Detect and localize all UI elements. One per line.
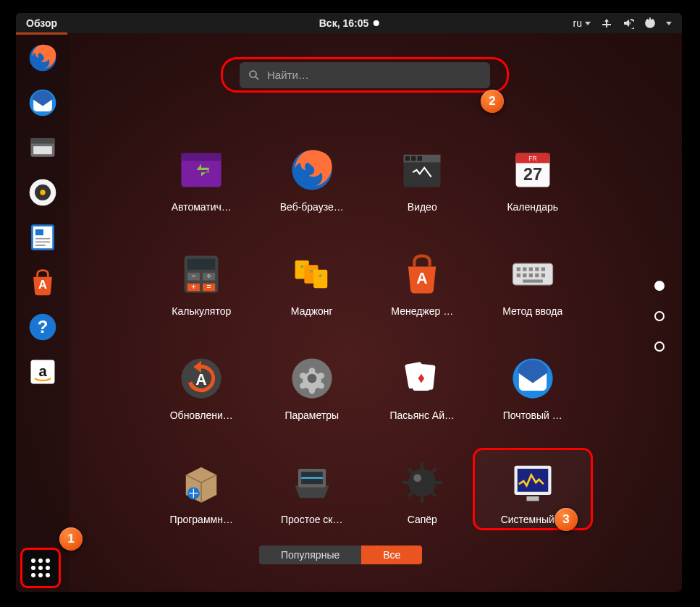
svg-rect-60 <box>541 273 544 277</box>
show-applications-button[interactable] <box>20 548 61 588</box>
svg-point-79 <box>414 474 422 482</box>
svg-rect-53 <box>528 267 532 271</box>
app-software-install[interactable]: Программн… <box>146 456 257 525</box>
app-calculator[interactable]: −÷+= Калькулятор <box>146 247 257 317</box>
chevron-down-icon <box>585 22 591 25</box>
app-firefox[interactable]: Веб-браузе… <box>257 143 368 213</box>
power-icon[interactable] <box>644 17 656 29</box>
svg-rect-24 <box>404 161 441 187</box>
app-label: Обновлени… <box>170 409 233 421</box>
thunderbird-icon <box>506 352 560 405</box>
svg-rect-81 <box>518 469 549 492</box>
svg-rect-57 <box>523 273 526 277</box>
page-dot-1[interactable] <box>654 281 665 291</box>
app-settings[interactable]: Параметры <box>257 352 368 421</box>
svg-text:27: 27 <box>523 165 542 184</box>
app-label: Программн… <box>170 514 233 525</box>
language-label: ru <box>573 17 582 29</box>
app-mahjongg[interactable]: Маджонг <box>257 247 368 317</box>
svg-text:A: A <box>38 278 47 291</box>
dock-firefox[interactable] <box>24 39 62 77</box>
app-software-updater[interactable]: A Обновлени… <box>146 352 257 421</box>
dock-rhythmbox[interactable] <box>24 174 62 211</box>
keyboard-icon <box>506 247 560 301</box>
svg-point-87 <box>38 566 43 570</box>
notification-dot-icon <box>373 20 379 26</box>
annotation-badge-3: 3 <box>554 508 578 531</box>
system-tray: ru <box>573 17 682 29</box>
app-label: Сапёр <box>408 514 437 525</box>
dock-libreoffice-writer[interactable] <box>24 218 62 256</box>
svg-rect-58 <box>528 273 532 277</box>
svg-point-89 <box>31 573 35 577</box>
svg-line-20 <box>256 77 258 80</box>
app-label: Менеджер … <box>391 305 453 317</box>
view-frequent-button[interactable]: Популярные <box>259 546 361 564</box>
app-videos[interactable]: Видео <box>367 143 478 213</box>
search-input[interactable]: Найти… <box>240 62 490 88</box>
app-label: Маджонг <box>291 305 333 317</box>
search-placeholder: Найти… <box>267 69 309 81</box>
svg-rect-55 <box>541 267 544 271</box>
package-icon <box>174 456 228 509</box>
page-dot-2[interactable] <box>654 311 665 321</box>
dock-help[interactable]: ? <box>24 308 62 346</box>
svg-point-83 <box>31 559 35 563</box>
svg-point-85 <box>46 559 50 563</box>
svg-rect-82 <box>526 496 539 501</box>
system-monitor-icon <box>506 456 560 509</box>
annotation-badge-1: 1 <box>59 527 83 551</box>
app-calendar[interactable]: FR27 Календарь <box>478 143 589 213</box>
app-input-method[interactable]: Метод ввода <box>478 247 589 317</box>
svg-point-19 <box>250 71 256 77</box>
svg-rect-10 <box>35 229 43 235</box>
app-solitaire[interactable]: Пасьянс Ай… <box>367 352 478 421</box>
app-grid: Автоматич… Веб-браузе… Видео FR27 Календ… <box>146 143 588 525</box>
view-all-button[interactable]: Все <box>361 546 422 564</box>
svg-rect-56 <box>516 273 520 277</box>
mine-icon <box>395 456 449 509</box>
mahjongg-icon <box>285 247 339 301</box>
svg-rect-54 <box>535 267 539 271</box>
page-indicator[interactable] <box>654 281 665 352</box>
app-label: Почтовый … <box>503 409 562 421</box>
settings-icon <box>285 352 339 405</box>
svg-point-88 <box>46 566 50 570</box>
solitaire-icon <box>395 352 449 405</box>
calendar-icon: FR27 <box>506 143 560 197</box>
svg-text:+: + <box>192 282 196 291</box>
calculator-icon: −÷+= <box>174 247 228 301</box>
svg-point-86 <box>31 566 35 570</box>
svg-text:=: = <box>207 282 211 291</box>
svg-point-91 <box>46 573 50 577</box>
app-software-center[interactable]: A Менеджер … <box>367 247 478 317</box>
network-icon[interactable] <box>601 17 612 29</box>
apps-grid-icon <box>29 556 52 580</box>
dock-amazon[interactable]: a <box>24 353 62 391</box>
app-simple-scan[interactable]: Простое ск… <box>257 456 368 525</box>
activities-button[interactable]: Обзор <box>16 13 67 33</box>
svg-rect-59 <box>535 273 539 277</box>
clock[interactable]: Вск, 16:05 <box>319 17 379 29</box>
search-icon <box>248 69 260 81</box>
svg-rect-45 <box>313 270 327 289</box>
svg-text:A: A <box>417 270 428 287</box>
svg-rect-27 <box>411 156 416 161</box>
app-label: Калькулятор <box>172 305 231 317</box>
dock-thunderbird[interactable] <box>24 84 62 122</box>
volume-icon[interactable] <box>623 17 634 29</box>
app-backup[interactable]: Автоматич… <box>146 143 257 213</box>
clock-label: Вск, 16:05 <box>319 17 369 29</box>
dock-files[interactable] <box>24 129 62 166</box>
page-dot-3[interactable] <box>654 341 665 352</box>
input-language-indicator[interactable]: ru <box>573 17 591 29</box>
svg-text:÷: ÷ <box>207 271 211 280</box>
dock: A ? a <box>16 33 69 592</box>
search-highlight-box: Найти… <box>221 57 509 93</box>
app-thunderbird[interactable]: Почтовый … <box>478 352 589 421</box>
svg-point-48 <box>319 274 321 277</box>
app-minesweeper[interactable]: Сапёр <box>367 456 478 525</box>
dock-ubuntu-software[interactable]: A <box>24 263 62 301</box>
svg-point-7 <box>40 190 45 195</box>
svg-point-90 <box>38 573 43 577</box>
